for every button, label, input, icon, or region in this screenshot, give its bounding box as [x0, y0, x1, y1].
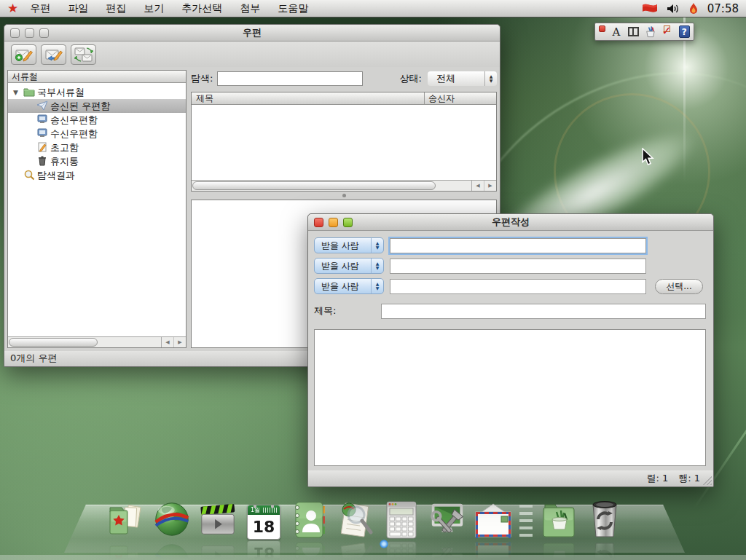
menu-help[interactable]: 도움말	[278, 2, 308, 15]
mouse-cursor	[641, 148, 656, 167]
recipient-input-3[interactable]	[390, 279, 646, 294]
scroll-left-arrow[interactable]: ◀	[472, 181, 484, 191]
menu-options[interactable]: 추가선택	[181, 2, 222, 15]
tools-palette-window: A ✓ ?	[594, 23, 694, 41]
scroll-right-arrow[interactable]: ▶	[484, 181, 496, 191]
tree-item-inbox[interactable]: 수신우편함	[8, 127, 186, 141]
zoom-button[interactable]	[39, 28, 49, 38]
menu-attach[interactable]: 첨부	[240, 2, 260, 15]
calendar-day: 18	[248, 515, 280, 539]
search-input[interactable]	[217, 71, 363, 86]
disclosure-triangle-icon[interactable]: ▼	[13, 89, 23, 96]
scroll-right-arrow[interactable]: ▶	[173, 337, 186, 347]
tree-item-label: 탐색결과	[37, 169, 75, 182]
palette-close-button[interactable]	[599, 25, 605, 32]
resize-grip[interactable]	[703, 476, 712, 485]
tree-item-outbox[interactable]: 송신우편함	[8, 113, 186, 127]
compose-mail-icon	[15, 47, 34, 62]
compose-titlebar[interactable]: 우편작성	[308, 214, 713, 231]
compose-body-textarea[interactable]	[314, 329, 706, 466]
subject-input[interactable]	[381, 304, 706, 319]
mail-dock-icon[interactable]	[474, 499, 513, 540]
tree-item-label: 송신된 우편함	[50, 100, 110, 113]
dock: 1월 18	[0, 480, 746, 560]
tree-item-trash[interactable]: 휴지통	[8, 154, 186, 168]
mail-toolbar	[4, 42, 500, 67]
filter-row: 탐색: 상태: 전체 ▲▼	[191, 70, 497, 87]
calculator-icon[interactable]	[382, 499, 421, 540]
status-label: 상태:	[400, 72, 422, 85]
spellcheck-icon[interactable]: ✓	[661, 25, 673, 39]
tree-item-local-folders[interactable]: ▼ 국부서류철	[8, 85, 186, 99]
system-tools-icon[interactable]	[428, 499, 467, 540]
popup-stepper-icon: ▲▼	[371, 238, 383, 253]
recipient-type-popup[interactable]: 받을 사람 ▲▼	[314, 278, 384, 294]
volume-icon[interactable]	[667, 4, 680, 14]
columns-icon[interactable]	[627, 25, 639, 39]
red-star-menu-icon[interactable]: ★	[7, 2, 18, 15]
recipient-type-popup[interactable]: 받을 사람 ▲▼	[314, 258, 384, 274]
mail-titlebar[interactable]: 우편	[4, 25, 500, 42]
column-header-subject[interactable]: 제목	[192, 92, 425, 104]
menu-file[interactable]: 파일	[68, 2, 88, 15]
search-icon	[23, 170, 35, 181]
status-popup[interactable]: 전체 ▲▼	[428, 71, 497, 86]
tree-item-drafts[interactable]: 초고함	[8, 141, 186, 154]
trash-icon[interactable]	[585, 499, 624, 540]
tree-item-label: 국부서류철	[37, 86, 85, 99]
sent-mail-icon	[36, 100, 48, 111]
flame-icon[interactable]	[688, 3, 699, 15]
pane-splitter[interactable]	[191, 192, 497, 200]
minimize-button[interactable]	[25, 28, 34, 38]
flag-icon[interactable]	[642, 3, 658, 14]
media-player-icon[interactable]	[198, 499, 237, 540]
recipient-row-2: 받을 사람 ▲▼	[314, 258, 706, 274]
menu-mail[interactable]: 우편	[30, 2, 50, 15]
web-browser-icon[interactable]	[152, 499, 192, 540]
recipient-input-1[interactable]	[390, 238, 646, 253]
message-list: 제목 송신자 ◀ ▶	[191, 92, 497, 192]
pen-cup-icon[interactable]	[644, 25, 656, 39]
list-horizontal-scrollbar[interactable]: ◀ ▶	[192, 180, 496, 191]
popup-stepper-icon: ▲▼	[484, 71, 497, 86]
column-header-sender[interactable]: 송신자	[425, 92, 496, 104]
calendar-icon[interactable]: 1월 18	[244, 499, 283, 540]
menu-edit[interactable]: 편집	[106, 2, 126, 15]
close-button[interactable]	[314, 218, 323, 227]
help-icon[interactable]: ?	[679, 25, 690, 38]
compose-window: 우편작성 받을 사람 ▲▼ 받을 사람 ▲▼ 받을 사람 ▲▼ 선택...	[307, 213, 714, 487]
message-list-body[interactable]	[192, 105, 496, 180]
close-button[interactable]	[10, 28, 20, 38]
scroll-left-arrow[interactable]: ◀	[162, 337, 173, 347]
compose-statusbar: 렬: 1 행: 1	[308, 470, 713, 486]
recipient-input-2[interactable]	[390, 259, 646, 274]
select-recipient-button[interactable]: 선택...	[655, 279, 703, 294]
minimize-button[interactable]	[329, 218, 338, 227]
file-manager-icon[interactable]	[106, 499, 146, 540]
window-title: 우편	[4, 26, 500, 39]
mail-count-text: 0개의 우편	[10, 352, 57, 363]
address-book-icon[interactable]	[290, 499, 329, 540]
sidebar-horizontal-scrollbar[interactable]: ◀ ▶	[8, 336, 186, 347]
drafts-icon	[36, 142, 48, 153]
recipient-type-popup[interactable]: 받을 사람 ▲▼	[314, 237, 384, 253]
compose-mail-button[interactable]	[11, 44, 36, 65]
zoom-button[interactable]	[343, 218, 353, 227]
tree-item-sent-mailbox[interactable]: 송신된 우편함	[8, 99, 186, 113]
subject-row: 제목:	[314, 303, 706, 319]
menu-view[interactable]: 보기	[144, 2, 164, 15]
send-receive-button[interactable]	[71, 44, 96, 65]
scrollbar-thumb[interactable]	[9, 338, 98, 347]
tree-item-label: 수신우편함	[50, 127, 98, 141]
font-icon[interactable]: A	[610, 25, 622, 39]
inbox-icon	[36, 128, 48, 139]
dock-separator	[519, 505, 533, 540]
document-search-icon[interactable]	[336, 499, 375, 540]
dock-icons: 1월 18	[106, 499, 624, 540]
utilities-icon[interactable]	[539, 499, 578, 540]
reply-mail-button[interactable]	[41, 44, 66, 65]
tree-item-label: 휴지통	[50, 155, 79, 168]
tree-item-search-results[interactable]: 탐색결과	[8, 168, 186, 182]
scrollbar-thumb[interactable]	[192, 181, 436, 190]
folder-icon	[23, 87, 35, 98]
